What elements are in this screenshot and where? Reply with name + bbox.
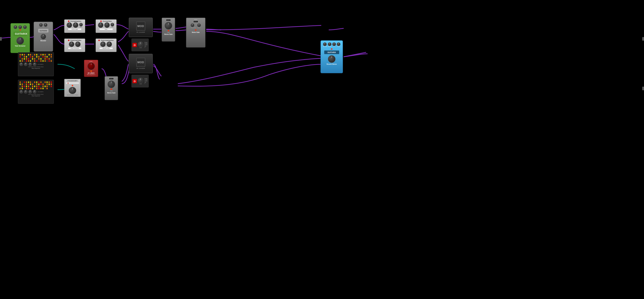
seq-cell[interactable] <box>46 88 48 89</box>
preamp-tubes-field[interactable]: 12w7 <box>99 28 113 30</box>
seq-cell[interactable] <box>20 86 21 87</box>
seq-cell[interactable] <box>34 56 36 58</box>
rev-knob2[interactable] <box>328 42 332 46</box>
pt-knob3[interactable] <box>110 23 114 26</box>
seq-cell[interactable] <box>46 58 48 60</box>
seq-cell[interactable] <box>30 58 31 60</box>
seq-cell[interactable] <box>36 58 38 60</box>
seq-top-knob3[interactable] <box>28 62 32 66</box>
seq-cell[interactable] <box>30 60 31 62</box>
seq-cell[interactable] <box>40 58 42 60</box>
rev-main-knob[interactable] <box>328 55 336 63</box>
reverb-stereo-module[interactable]: ROOMSIZE DAMPING MIX MODE GUITARIX Rever… <box>320 40 343 73</box>
seq-cell[interactable] <box>24 81 25 83</box>
seq-cell[interactable] <box>28 58 29 60</box>
seq-cell[interactable] <box>32 81 33 83</box>
seq-cell[interactable] <box>20 58 21 60</box>
seq-bottom-knob3[interactable] <box>28 90 32 94</box>
ts-knob-level[interactable] <box>23 26 27 29</box>
seq-cell[interactable] <box>44 81 46 83</box>
seq-cell[interactable] <box>44 86 46 87</box>
seq-cell[interactable] <box>36 56 38 58</box>
boost-knob-in[interactable] <box>39 23 43 27</box>
seq-cell[interactable] <box>24 86 25 87</box>
seq-cell[interactable] <box>42 84 44 85</box>
seq-cell[interactable] <box>44 56 46 58</box>
seq-cell[interactable] <box>42 60 44 62</box>
seq-cell[interactable] <box>26 86 27 87</box>
ng-knob1[interactable] <box>191 24 194 27</box>
forward-audio-top[interactable]: ⏻ GAIN forward-audio.Abion8on... <box>132 38 149 51</box>
seq-cell[interactable] <box>30 54 31 56</box>
stereo-gain-top[interactable]: MOD GAIN Stereo Gain <box>162 18 175 42</box>
seq-cell[interactable] <box>20 60 21 62</box>
seq-cell[interactable] <box>28 81 29 83</box>
seq-cell[interactable] <box>24 58 25 60</box>
seq-cell[interactable] <box>46 84 48 85</box>
seq-cell[interactable] <box>32 54 33 56</box>
step-sequencer-bottom[interactable]: 120.000BPM STEP MIDI/CHAN SWING PANIC St… <box>18 80 54 104</box>
seq-cell[interactable] <box>48 54 50 56</box>
seq-cell[interactable] <box>22 54 23 56</box>
power-amp-tubes-module[interactable]: PowerAmpTubes Push Pull EL84 <box>64 38 85 52</box>
pai-knob2[interactable] <box>106 42 112 47</box>
seq-cell[interactable] <box>32 56 33 58</box>
seq-top-knob4[interactable] <box>33 62 36 66</box>
seq-cell[interactable] <box>26 88 27 89</box>
power-amp-impulses-module[interactable]: PowerAmpImpulses Blacket Leon <box>96 38 116 52</box>
seq-cell[interactable] <box>40 56 42 58</box>
seq-cell[interactable] <box>22 56 23 58</box>
seq-cell[interactable] <box>24 54 25 56</box>
seq-top-knob2[interactable] <box>24 62 28 66</box>
seq-cell[interactable] <box>20 56 21 58</box>
seq-cell[interactable] <box>34 88 36 89</box>
seq-cell[interactable] <box>40 88 42 89</box>
seq-cell[interactable] <box>48 81 50 83</box>
pat-knob1[interactable] <box>69 42 74 47</box>
seq-cell[interactable] <box>34 54 36 56</box>
seq-cell[interactable] <box>34 58 36 60</box>
seq-cell[interactable] <box>38 54 40 56</box>
ir-loader-bottom[interactable]: MOD IR LOADER <box>129 54 153 73</box>
seq-cell[interactable] <box>40 54 42 56</box>
seq-cell[interactable] <box>44 58 46 60</box>
seq-cell[interactable] <box>32 86 33 87</box>
seq-cell[interactable] <box>46 60 48 62</box>
seq-cell[interactable] <box>28 56 29 58</box>
power-amp-impulses-field[interactable]: Blacket Leon <box>99 47 113 49</box>
seq-cell[interactable] <box>22 60 23 62</box>
seq-cell[interactable] <box>38 88 40 89</box>
seq-cell[interactable] <box>28 84 29 85</box>
fa-top-power-btn[interactable]: ⏻ <box>132 43 137 47</box>
seq-cell[interactable] <box>34 84 36 85</box>
guitarix-booster-pedal[interactable]: R LEVEL R LEVEL GUITARIX Booster <box>34 22 53 52</box>
seq-cell[interactable] <box>32 88 33 89</box>
seq-cell[interactable] <box>32 84 33 85</box>
seq-cell[interactable] <box>36 86 38 87</box>
seq-cell[interactable] <box>42 58 44 60</box>
pi-knob1[interactable] <box>67 22 72 28</box>
tube-screamer-pedal[interactable]: GUITARIX Tube Screamer <box>10 23 30 53</box>
seq-cell[interactable] <box>22 86 23 87</box>
seq-cell[interactable] <box>24 88 25 89</box>
seq-cell[interactable] <box>30 84 31 85</box>
seq-cell[interactable] <box>40 60 42 62</box>
seq-cell[interactable] <box>34 81 36 83</box>
seq-cell[interactable] <box>38 58 40 60</box>
seq-cell[interactable] <box>38 60 40 62</box>
seq-cell[interactable] <box>42 54 44 56</box>
fa-bottom-knob[interactable] <box>138 78 143 83</box>
seq-cell[interactable] <box>26 84 27 85</box>
seq-cell[interactable] <box>38 81 40 83</box>
seq-cell[interactable] <box>26 56 27 58</box>
seq-cell[interactable] <box>50 58 52 60</box>
seq-cell[interactable] <box>28 88 29 89</box>
zyn-main-knob[interactable] <box>69 87 76 94</box>
seq-bottom-knob1[interactable] <box>20 90 23 94</box>
sg-top-knob[interactable] <box>165 22 172 30</box>
seq-cell[interactable] <box>20 88 21 89</box>
av-linux-module[interactable]: LEVEL AV LINUX Red Zeppelin 5 <box>84 60 98 77</box>
ts-knob-tone[interactable] <box>18 26 22 29</box>
ts-knob-drive[interactable] <box>14 26 17 29</box>
ng-knob2[interactable] <box>197 24 201 27</box>
